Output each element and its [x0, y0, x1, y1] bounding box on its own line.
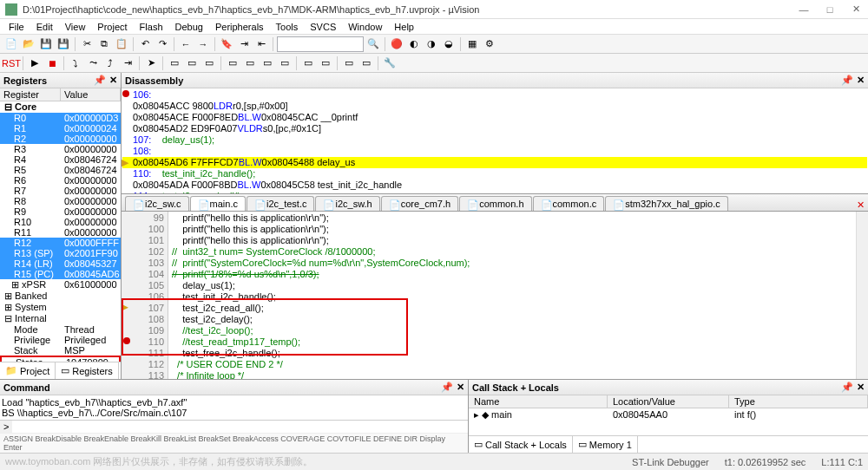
serial-win-icon[interactable]: ▭	[300, 55, 316, 71]
minimize-button[interactable]: —	[797, 3, 811, 16]
register-win-icon[interactable]: ▭	[225, 55, 240, 71]
step-out-icon[interactable]: ⤴	[102, 55, 118, 71]
code-line[interactable]: test_i2c_read_all();	[172, 303, 852, 314]
panel-close-icon[interactable]: ✕	[457, 382, 464, 393]
nav-fwd-icon[interactable]: →	[195, 36, 211, 52]
open-file-icon[interactable]: 📂	[21, 36, 36, 52]
callstack-win-icon[interactable]: ▭	[242, 55, 258, 71]
callstack-row[interactable]: ▸ ◆ main0x08045AA0int f()	[469, 408, 868, 421]
pin-icon[interactable]: 📌	[841, 382, 853, 393]
maximize-button[interactable]: □	[823, 3, 837, 16]
stop-icon[interactable]: ⏹	[44, 55, 60, 71]
editor-tab[interactable]: 📄i2c_sw.c	[125, 196, 189, 211]
tab-close-icon[interactable]: ✕	[857, 199, 865, 211]
code-line[interactable]: /* USER CODE END 2 */	[172, 359, 852, 370]
code-line[interactable]: // printf("1/8%=%d us%d\n",1,0/3);	[172, 269, 852, 280]
tab-registers[interactable]: ▭Registers	[56, 362, 118, 379]
disasm-line[interactable]: ▶0x08045AD6 F7FFFCD7 BL.W 0x08045488 del…	[122, 157, 867, 168]
menu-window[interactable]: Window	[343, 21, 387, 33]
disasm-line[interactable]: 0x08045ADA F000F8BD BL.W 0x08045C58 test…	[122, 180, 867, 191]
redo-icon[interactable]: ↷	[155, 36, 170, 52]
step-into-icon[interactable]: ⤵	[68, 55, 83, 71]
register-group-core[interactable]: ⊟ Core	[0, 101, 121, 113]
code-line[interactable]: test_init_i2c_handle();	[172, 291, 852, 303]
register-group-system[interactable]: ⊞ System	[0, 302, 121, 313]
bookmark-icon[interactable]: 🔖	[219, 36, 234, 52]
menu-view[interactable]: View	[60, 21, 91, 33]
editor-tab[interactable]: 📄main.c	[190, 196, 246, 211]
show-next-icon[interactable]: ➤	[143, 55, 159, 71]
code-line[interactable]: printf("hello this is application\r\n");	[172, 212, 852, 224]
config-icon[interactable]: ⚙	[482, 36, 497, 52]
menu-help[interactable]: Help	[389, 21, 419, 33]
indent-icon[interactable]: ⇥	[236, 36, 252, 52]
register-internal-row[interactable]: StackMSP	[0, 345, 121, 356]
window-icon[interactable]: ▦	[464, 36, 480, 52]
disasm-line[interactable]: 107: delay_us(1);	[122, 134, 867, 146]
code-content[interactable]: printf("hello this is application\r\n");…	[168, 212, 856, 379]
disasm-line[interactable]: 0x08045ACE F000F8ED BL.W 0x08045CAC __0p…	[122, 112, 867, 123]
register-row[interactable]: R30x00000000	[0, 144, 121, 154]
register-internal-row[interactable]: ModeThread	[0, 324, 121, 335]
panel-close-icon[interactable]: ✕	[109, 75, 117, 86]
register-group-internal[interactable]: ⊟ Internal	[0, 313, 121, 324]
register-row[interactable]: R15 (PC)0x08045AD6	[0, 269, 121, 279]
scrollbar-vertical[interactable]	[856, 212, 868, 379]
undo-icon[interactable]: ↶	[137, 36, 153, 52]
editor-tab[interactable]: 📄common.h	[459, 196, 531, 211]
breakpoint-icon[interactable]	[123, 337, 130, 344]
menu-tools[interactable]: Tools	[271, 21, 304, 33]
tab-memory1[interactable]: ▭Memory 1	[573, 436, 638, 453]
pin-icon[interactable]: 📌	[94, 75, 106, 86]
find-combo[interactable]	[277, 36, 364, 52]
pin-icon[interactable]: 📌	[441, 382, 453, 393]
symbol-win-icon[interactable]: ▭	[201, 55, 217, 71]
cut-icon[interactable]: ✂	[79, 36, 95, 52]
menu-edit[interactable]: Edit	[31, 21, 58, 33]
command-input[interactable]	[12, 421, 468, 433]
registers-table[interactable]: Register Value ⊟ CoreR00x000000D3R10x000…	[0, 88, 121, 362]
register-internal-row[interactable]: PrivilegePrivileged	[0, 335, 121, 345]
save-icon[interactable]: 💾	[38, 36, 54, 52]
code-line[interactable]: //test_read_tmp117_temp();	[172, 336, 852, 348]
system-view-icon[interactable]: ▭	[358, 55, 374, 71]
disasm-line[interactable]: 110: test_init_i2c_handle();	[122, 168, 867, 180]
code-line[interactable]: // uint32_t num= SystemCoreClock /8/1000…	[172, 246, 852, 258]
register-row[interactable]: R10x00000024	[0, 123, 121, 134]
code-line[interactable]: delay_us(1);	[172, 280, 852, 291]
close-button[interactable]: ✕	[849, 3, 863, 16]
tab-callstack-locals[interactable]: ▭Call Stack + Locals	[469, 436, 573, 453]
menu-flash[interactable]: Flash	[135, 21, 168, 33]
breakpoint-disable-icon[interactable]: ◒	[441, 36, 457, 52]
disassembly-content[interactable]: 106: 0x08045ACC 9800 LDR r0,[sp,#0x00]0x…	[122, 88, 868, 193]
menu-file[interactable]: File	[3, 21, 30, 33]
nav-back-icon[interactable]: ←	[178, 36, 194, 52]
find-icon[interactable]: 🔍	[365, 36, 381, 52]
debug-icon[interactable]: 🔴	[389, 36, 404, 52]
new-file-icon[interactable]: 📄	[3, 36, 19, 52]
breakpoint-enable-icon[interactable]: ◑	[424, 36, 439, 52]
register-xpsr[interactable]: ⊞ xPSR0x61000000	[0, 279, 121, 290]
breakpoint-insert-icon[interactable]: ◐	[406, 36, 422, 52]
outdent-icon[interactable]: ⇤	[253, 36, 269, 52]
editor-body[interactable]: ▶ 99100101102103104105106107108109110111…	[122, 212, 868, 379]
toolbox-icon[interactable]: 🔧	[382, 55, 398, 71]
menu-debug[interactable]: Debug	[170, 21, 208, 33]
register-row[interactable]: R20x00000000	[0, 134, 121, 144]
disasm-line[interactable]: 106:	[122, 89, 867, 101]
code-line[interactable]: test_i2c_delay();	[172, 314, 852, 325]
editor-tab[interactable]: 📄i2c_sw.h	[315, 196, 379, 211]
register-row[interactable]: R70x00000000	[0, 186, 121, 196]
disasm-line[interactable]: 111: test_i2c_read_all();	[122, 191, 867, 193]
step-over-icon[interactable]: ⤳	[85, 55, 101, 71]
pin-icon[interactable]: 📌	[841, 75, 853, 86]
callstack-table[interactable]: Name Location/Value Type ▸ ◆ main0x08045…	[469, 395, 868, 435]
run-icon[interactable]: ▶	[27, 55, 43, 71]
disasm-line[interactable]: 0x08045ACC 9800 LDR r0,[sp,#0x00]	[122, 101, 867, 112]
watch-win-icon[interactable]: ▭	[260, 55, 275, 71]
register-row[interactable]: R90x00000000	[0, 206, 121, 217]
code-line[interactable]: test_free_i2c_handle();	[172, 348, 852, 359]
editor-tab[interactable]: 📄i2c_test.c	[247, 196, 314, 211]
reset-icon[interactable]: RST	[3, 55, 19, 71]
trace-win-icon[interactable]: ▭	[341, 55, 357, 71]
